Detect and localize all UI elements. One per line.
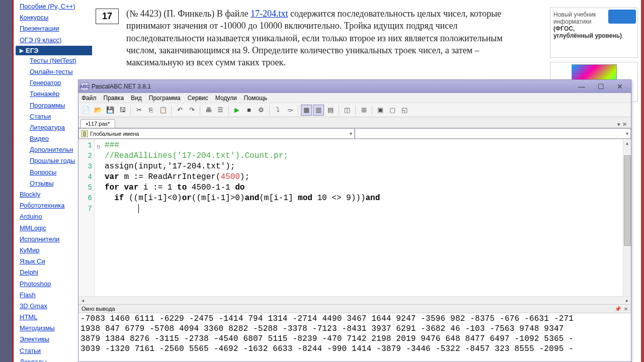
fold-column[interactable]: ⊟ (95, 139, 103, 296)
tool-d-icon[interactable]: ◱ (399, 105, 410, 116)
tool-b-icon[interactable]: ▣ (375, 105, 386, 116)
close-button[interactable]: ✕ (611, 81, 629, 92)
line-gutter: 1234567 (78, 139, 95, 296)
editor-vscroll[interactable]: ▴ (623, 139, 631, 296)
compile-icon[interactable]: ⚙ (256, 105, 267, 116)
close-icon[interactable]: ✕ (624, 306, 628, 312)
editor-hscroll[interactable]: ◂▸ (78, 296, 631, 304)
tool-a-icon[interactable]: ⊞ (358, 105, 369, 116)
print-icon[interactable]: 🖶 (203, 105, 214, 116)
output-panel-header[interactable]: Окно вывода 📌 ✕ (78, 304, 631, 313)
stop-icon[interactable]: ■ (244, 105, 255, 116)
properties-icon[interactable]: ☰ (215, 105, 226, 116)
redo-icon[interactable]: ↷ (186, 105, 197, 116)
member-combo[interactable] (355, 128, 631, 139)
undo-icon[interactable]: ↶ (174, 105, 185, 116)
toggle-2-icon[interactable]: ▥ (313, 105, 324, 116)
window-icon[interactable]: ◫ (342, 105, 353, 116)
code-body[interactable]: ### //ReadAllLines('17-204.txt').Count.p… (103, 139, 623, 296)
menubar: Файл Правка Вид Программа Сервис Модули … (78, 93, 631, 103)
nav-link[interactable]: Конкурсы (16, 12, 92, 23)
step-into-icon[interactable]: ⤵ (272, 105, 283, 116)
nav-link[interactable]: Пособие (Py, C++) (16, 1, 92, 12)
save-all-icon[interactable]: 🖫 (117, 105, 128, 116)
tool-c-icon[interactable]: ▢ (387, 105, 398, 116)
menu-file[interactable]: Файл (82, 95, 97, 102)
minimize-button[interactable]: — (573, 81, 591, 92)
output-panel[interactable]: -7083 1460 6111 -6229 -2475 -1414 794 13… (78, 313, 631, 361)
scope-combo[interactable]: {}Глобальные имена (78, 128, 355, 139)
paste-icon[interactable]: 📋 (157, 105, 169, 116)
run-icon[interactable]: ▶ (231, 105, 243, 116)
toggle-3-icon[interactable]: ▤ (325, 105, 336, 116)
toolbar: 📄 📂 💾 🖫 ✂ ⎘ 📋 ↶ ↷ 🖶 ☰ ▶ ■ ⚙ ⤵ ⤼ ▦ ▥ ▤ ◫ … (78, 103, 631, 117)
task-number: 17 (96, 9, 119, 24)
code-editor[interactable]: 1234567 ⊟ ### //ReadAllLines('17-204.txt… (78, 139, 631, 296)
toggle-1-icon[interactable]: ▦ (301, 105, 312, 116)
titlebar[interactable]: ABC PascalABC.NET 3.8.1 — ☐ ✕ (78, 80, 631, 93)
tab-dropdown-icon[interactable]: ▾ (617, 121, 620, 128)
menu-modules[interactable]: Модули (215, 95, 237, 102)
open-file-icon[interactable]: 📂 (93, 105, 104, 116)
nav-sublink[interactable]: Тесты (NetTest) (16, 55, 92, 66)
step-over-icon[interactable]: ⤼ (284, 105, 295, 116)
book-icon (608, 10, 636, 24)
menu-help[interactable]: Помощь (244, 95, 267, 102)
tabbar: •117.pas* ▾ ✕ (78, 117, 631, 128)
task-text: (№ 4423) (П. Финкель) В файле 17-204.txt… (126, 8, 529, 68)
nav-sublink[interactable]: Онлайн-тесты (16, 66, 92, 77)
menu-service[interactable]: Сервис (188, 95, 208, 102)
maximize-button[interactable]: ☐ (592, 81, 610, 92)
tab-close-icon[interactable]: ✕ (622, 121, 627, 128)
menu-program[interactable]: Программа (149, 95, 181, 102)
copy-icon[interactable]: ⎘ (145, 105, 156, 116)
ide-window: ABC PascalABC.NET 3.8.1 — ☐ ✕ Файл Правк… (78, 79, 631, 362)
nav-section-ege[interactable]: ЕГЭ (16, 46, 92, 55)
new-file-icon[interactable]: 📄 (80, 105, 92, 116)
app-icon: ABC (80, 82, 89, 90)
file-tab[interactable]: •117.pas* (80, 119, 115, 128)
ad-textbook[interactable]: Новый учебник информатики (ФГОС, углублё… (550, 8, 638, 58)
menu-edit[interactable]: Правка (104, 95, 124, 102)
nav-link[interactable]: Презентации (16, 23, 92, 34)
file-link[interactable]: 17-204.txt (251, 9, 288, 19)
menu-view[interactable]: Вид (131, 95, 142, 102)
nav-link[interactable]: ОГЭ (9 класс) (16, 35, 92, 46)
save-icon[interactable]: 💾 (105, 105, 116, 116)
scope-combos: {}Глобальные имена (78, 128, 631, 139)
pin-icon[interactable]: 📌 (615, 306, 621, 312)
cut-icon[interactable]: ✂ (133, 105, 144, 116)
window-title: PascalABC.NET 3.8.1 (92, 83, 572, 90)
